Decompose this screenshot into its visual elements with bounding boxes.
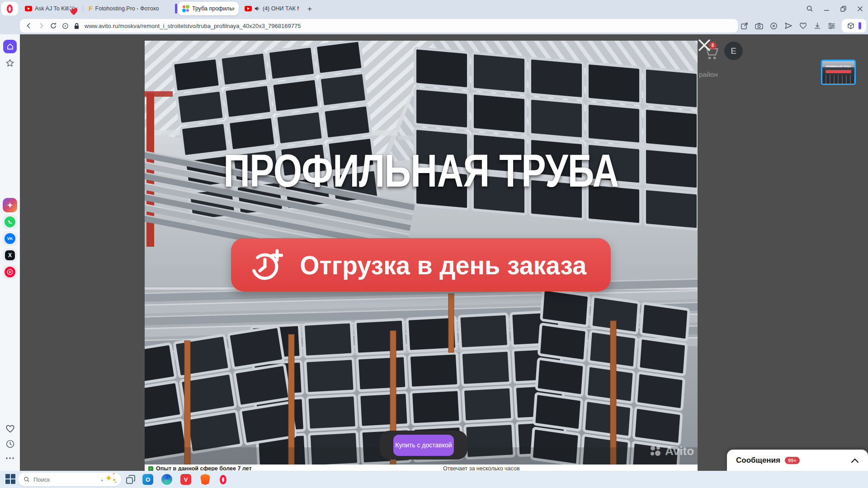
browser-tab-bar: Ask AJ To Kill You Or Ask A F Fotohostin…: [0, 0, 868, 17]
search-icon: [24, 476, 30, 483]
taskbar-vivaldi[interactable]: V: [180, 474, 192, 485]
windows-taskbar: ✦ ✦ ✦ ● ● O V РУ: [0, 471, 868, 488]
site-info-icon[interactable]: [62, 23, 69, 29]
seller-info-strip: ✓ Опыт в данной сфере более 7 лет Отвеча…: [145, 465, 698, 471]
sidebar-item-bookmarks[interactable]: [5, 58, 15, 69]
thumbnail-red-banner: [826, 70, 851, 73]
sidebar-item-home[interactable]: [3, 40, 17, 53]
avito-watermark-text: Avito: [665, 444, 694, 458]
sidebar-item-vk[interactable]: VK: [3, 231, 17, 246]
taskbar-brave[interactable]: [199, 474, 211, 485]
messages-panel[interactable]: Сообщения 99+: [727, 450, 868, 471]
user-avatar[interactable]: Е: [724, 42, 743, 60]
tab-label: Труба профильная 40x20: [192, 5, 235, 12]
reload-icon[interactable]: [50, 22, 57, 29]
taskbar-search[interactable]: ✦ ✦ ✦ ● ●: [18, 473, 121, 486]
outlook-icon: O: [142, 474, 153, 485]
tab-label: Fotohosting.Pro - Фотохо: [95, 5, 169, 12]
easy-setup-icon[interactable]: [828, 23, 835, 29]
opera-sidebar: VK X: [0, 34, 20, 471]
window-controls: [806, 0, 863, 17]
youtube-icon: [245, 6, 252, 11]
search-input[interactable]: [33, 476, 83, 483]
adblock-icon[interactable]: [770, 22, 778, 30]
lock-icon[interactable]: [74, 23, 80, 29]
yt-music-icon: [5, 267, 15, 277]
camera-snapshot-icon[interactable]: [755, 23, 763, 29]
messages-label: Сообщения: [736, 456, 780, 465]
chevron-up-icon[interactable]: [851, 458, 859, 463]
minimize-icon[interactable]: [823, 5, 830, 12]
new-tab-plus: +: [307, 5, 312, 14]
district-text: район: [699, 70, 718, 78]
speaker-icon: [255, 6, 260, 11]
tab-fotohosting[interactable]: F Fotohosting.Pro - Фотохо: [85, 2, 173, 15]
sidebar-pill-icon[interactable]: [859, 22, 861, 29]
sidebar-item-more[interactable]: [5, 455, 15, 461]
shipping-banner-text: Отгрузка в день заказа: [300, 250, 586, 280]
vk-icon: VK: [5, 233, 15, 244]
buy-with-delivery-button[interactable]: Купить с доставкой: [393, 435, 454, 456]
taskbar-outlook[interactable]: O: [142, 474, 154, 485]
brave-icon: [200, 474, 210, 485]
vivaldi-icon: V: [180, 474, 191, 485]
check-icon: ✓: [148, 466, 153, 471]
url-text[interactable]: www.avito.ru/moskva/remont_i_stroitelstv…: [85, 23, 301, 29]
maximize-icon[interactable]: [840, 5, 847, 12]
shipping-banner: Отгрузка в день заказа: [231, 238, 611, 291]
download-icon[interactable]: [814, 22, 821, 29]
address-bar[interactable]: www.avito.ru/moskva/remont_i_stroitelstv…: [20, 19, 738, 33]
tab-label: (4) ОНИ ТАК МОГУТ!?: [263, 5, 299, 12]
messages-badge: 99+: [785, 457, 800, 464]
history-clock-icon: [5, 439, 15, 449]
youtube-icon: [25, 6, 32, 11]
avito-watermark: Avito: [649, 444, 694, 458]
back-icon[interactable]: [25, 22, 33, 29]
gallery-thumbnail-selected[interactable]: ПРОФИЛЬНАЯ ТРУБА: [821, 60, 856, 85]
sidebar-item-favorites[interactable]: [5, 424, 15, 434]
search-icon[interactable]: [806, 5, 813, 12]
copilot-sparkle-icon: ✦ ✦ ✦ ● ●: [103, 474, 117, 485]
whatsapp-icon: [5, 216, 15, 227]
avito-dots-icon: [649, 445, 663, 458]
taskbar-edge[interactable]: [161, 474, 173, 485]
tab-youtube-sound[interactable]: (4) ОНИ ТАК МОГУТ!?: [241, 2, 303, 15]
screen: Ask AJ To Kill You Or Ask A F Fotohostin…: [0, 0, 868, 488]
forward-icon[interactable]: [38, 22, 45, 29]
share-edit-icon[interactable]: [741, 22, 748, 30]
close-gallery-button[interactable]: [698, 38, 711, 52]
tab-avito-active[interactable]: Труба профильная 40x20: [178, 2, 239, 15]
listing-photo[interactable]: ПРОФИЛЬНАЯ ТРУБА Отгрузка в день заказа …: [145, 41, 698, 465]
task-view-button[interactable]: [125, 474, 137, 485]
sidebar-item-history[interactable]: [5, 439, 15, 449]
opera-icon: [220, 475, 226, 484]
sidebar-item-yt-music[interactable]: [3, 265, 17, 279]
sidebar-item-whatsapp[interactable]: [3, 215, 17, 229]
buy-button-container: Купить с доставкой: [380, 431, 467, 460]
thumbnail-pipes: [822, 75, 854, 85]
opera-logo-icon: [7, 5, 13, 13]
start-button[interactable]: [5, 474, 16, 485]
bookmarks-star-icon: [5, 58, 15, 68]
photo-headline: ПРОФИЛЬНАЯ ТРУБА: [200, 148, 642, 194]
opera-menu-button[interactable]: [1, 2, 18, 15]
heart-cursor-icon: [69, 6, 79, 16]
sidebar-item-x[interactable]: X: [3, 248, 17, 263]
x-twitter-icon: X: [5, 250, 15, 260]
new-tab-button[interactable]: +: [304, 3, 316, 15]
heart-bookmark-icon[interactable]: [799, 22, 807, 29]
close-icon[interactable]: [857, 5, 863, 12]
tab-island-indicator: [175, 4, 177, 14]
seller-experience-text: Опыт в данной сфере более 7 лет: [156, 465, 252, 471]
more-dots-icon: [5, 457, 14, 460]
task-view-icon: [126, 474, 136, 484]
fotohosting-icon: F: [89, 5, 93, 12]
home-icon: [6, 43, 14, 50]
sidebar-item-aria[interactable]: [3, 198, 17, 212]
send-icon[interactable]: [784, 22, 793, 29]
thumbnail-title-text: ПРОФИЛЬНАЯ ТРУБА: [825, 65, 852, 68]
address-bar-actions: [741, 19, 856, 33]
taskbar-opera[interactable]: [217, 474, 229, 485]
extension-cube-icon[interactable]: [847, 22, 854, 29]
windows-logo-icon: [5, 474, 10, 479]
